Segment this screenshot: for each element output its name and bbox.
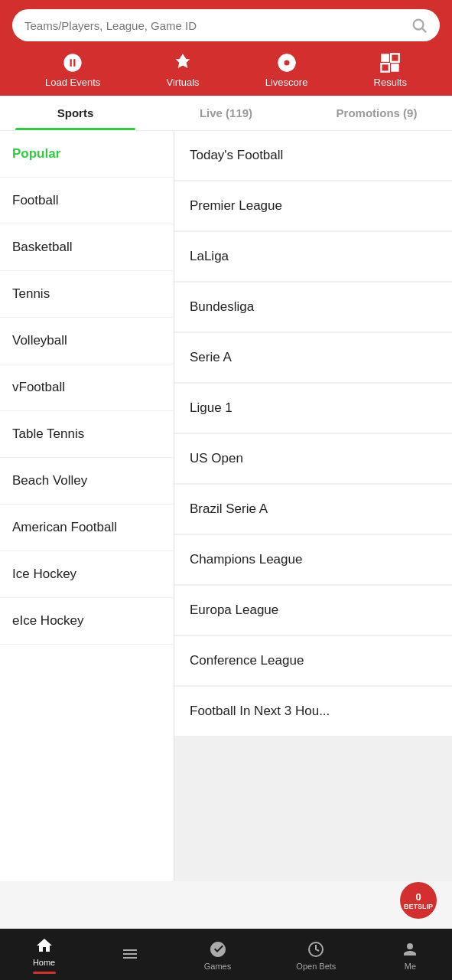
sidebar: Popular Football Basketball Tennis Volle… — [0, 131, 174, 881]
sidebar-item-volleyball[interactable]: Volleyball — [0, 318, 174, 364]
nav-buttons: Load Events Virtuals Livescore Results — [12, 52, 440, 96]
livescore-label: Livescore — [265, 77, 308, 88]
virtuals-button[interactable]: Virtuals — [166, 52, 199, 88]
virtuals-label: Virtuals — [166, 77, 199, 88]
bottom-nav-me[interactable]: Me — [401, 940, 419, 971]
svg-rect-5 — [391, 54, 399, 62]
sidebar-item-tennis[interactable]: Tennis — [0, 271, 174, 318]
bottom-nav-games-label: Games — [204, 962, 231, 971]
livescore-button[interactable]: Livescore — [265, 52, 308, 88]
tabs: Sports Live (119) Promotions (9) — [0, 96, 452, 131]
betslip-badge[interactable]: 0 BETSLIP — [400, 882, 437, 919]
search-icon — [411, 17, 428, 34]
svg-rect-4 — [382, 54, 390, 62]
header: Load Events Virtuals Livescore Results — [0, 0, 452, 96]
bottom-nav-open-bets[interactable]: Open Bets — [296, 940, 336, 971]
main-content: Popular Football Basketball Tennis Volle… — [0, 131, 452, 881]
tab-sports[interactable]: Sports — [0, 96, 151, 130]
svg-line-1 — [422, 28, 426, 32]
home-active-indicator — [33, 972, 56, 974]
bottom-nav-games[interactable]: Games — [204, 940, 231, 971]
list-item-europa-league[interactable]: Europa League — [174, 586, 452, 635]
search-bar[interactable] — [12, 9, 440, 41]
bottom-nav: Home Games Open Bets Me — [0, 929, 452, 980]
list-item-todays-football[interactable]: Today's Football — [174, 131, 452, 180]
list-item-premier-league[interactable]: Premier League — [174, 181, 452, 230]
bottom-nav-menu[interactable] — [121, 945, 139, 966]
sidebar-item-basketball[interactable]: Basketball — [0, 224, 174, 271]
sidebar-item-eice-hockey[interactable]: eIce Hockey — [0, 598, 174, 645]
load-events-label: Load Events — [45, 77, 100, 88]
sidebar-item-popular[interactable]: Popular — [0, 131, 174, 178]
sidebar-item-football[interactable]: Football — [0, 178, 174, 224]
sidebar-item-beach-volley[interactable]: Beach Volley — [0, 458, 174, 505]
bottom-nav-me-label: Me — [405, 962, 416, 971]
svg-point-3 — [284, 60, 289, 66]
list-item-serie-a[interactable]: Serie A — [174, 333, 452, 382]
svg-point-0 — [414, 20, 424, 30]
list-item-us-open[interactable]: US Open — [174, 434, 452, 483]
tab-live[interactable]: Live (119) — [151, 96, 301, 130]
tab-promotions[interactable]: Promotions (9) — [301, 96, 452, 130]
list-item-laliga[interactable]: LaLiga — [174, 232, 452, 281]
results-label: Results — [374, 77, 407, 88]
list-item-champions-league[interactable]: Champions League — [174, 535, 452, 584]
sidebar-item-vfootball[interactable]: vFootball — [0, 364, 174, 411]
svg-rect-6 — [382, 64, 390, 72]
results-button[interactable]: Results — [374, 52, 407, 88]
list-item-brazil-serie-a[interactable]: Brazil Serie A — [174, 485, 452, 534]
bottom-nav-open-bets-label: Open Bets — [296, 962, 336, 971]
list-item-conference-league[interactable]: Conference League — [174, 636, 452, 685]
svg-rect-7 — [391, 64, 399, 72]
content-list: Today's Football Premier League LaLiga B… — [174, 131, 452, 881]
sidebar-item-ice-hockey[interactable]: Ice Hockey — [0, 551, 174, 598]
list-item-football-next-3[interactable]: Football In Next 3 Hou... — [174, 687, 452, 736]
list-item-bundesliga[interactable]: Bundesliga — [174, 283, 452, 332]
betslip-count: 0 — [415, 891, 421, 903]
load-events-button[interactable]: Load Events — [45, 52, 100, 88]
bottom-nav-home-label: Home — [33, 958, 55, 967]
sidebar-item-american-football[interactable]: American Football — [0, 505, 174, 551]
betslip-label: BETSLIP — [404, 903, 433, 910]
sidebar-item-table-tennis[interactable]: Table Tennis — [0, 411, 174, 458]
bottom-nav-home[interactable]: Home — [33, 936, 56, 974]
search-input[interactable] — [24, 19, 411, 32]
list-item-ligue-1[interactable]: Ligue 1 — [174, 384, 452, 433]
